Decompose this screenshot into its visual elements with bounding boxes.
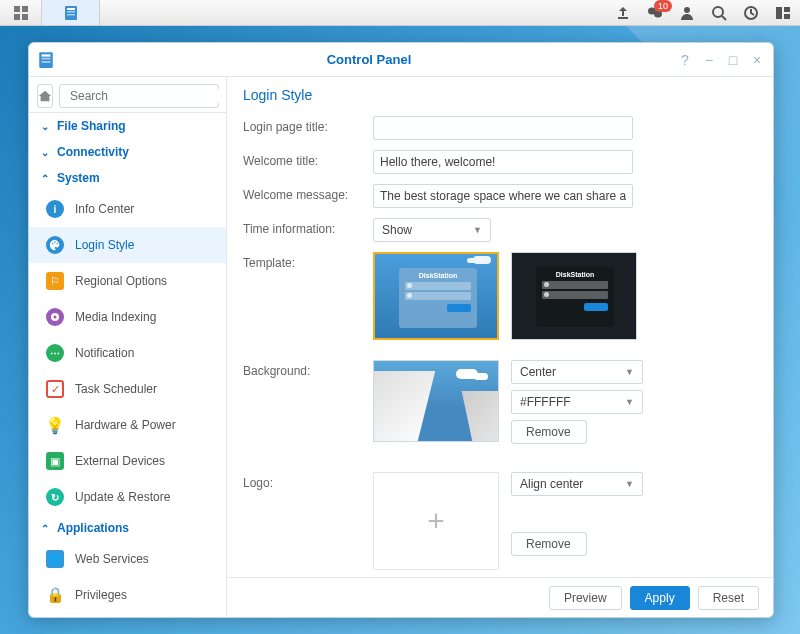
sidebar-group-label: System <box>57 171 100 185</box>
taskbar-upload-icon[interactable] <box>614 4 632 22</box>
window-titlebar[interactable]: Control Panel ? − □ × <box>29 43 773 77</box>
remove-background-button[interactable]: Remove <box>511 420 587 444</box>
taskbar-notification-icon[interactable]: 10 <box>646 4 664 22</box>
svg-rect-2 <box>14 14 20 20</box>
window-minimize-button[interactable]: − <box>701 52 717 68</box>
sidebar: ⌄ File Sharing ⌄ Connectivity ⌃ System i… <box>29 77 227 617</box>
sidebar-item-regional-options[interactable]: ⚐ Regional Options <box>29 263 226 299</box>
select-bg-color[interactable]: #FFFFFF ▼ <box>511 390 643 414</box>
device-icon: ▣ <box>46 452 64 470</box>
label-login-page-title: Login page title: <box>243 116 373 134</box>
taskbar-apps-button[interactable] <box>0 0 42 25</box>
chevron-down-icon: ⌄ <box>41 121 51 132</box>
label-welcome-message: Welcome message: <box>243 184 373 202</box>
remove-logo-button[interactable]: Remove <box>511 532 587 556</box>
select-bg-position[interactable]: Center ▼ <box>511 360 643 384</box>
flag-icon: ⚐ <box>46 272 64 290</box>
sidebar-search[interactable] <box>59 84 219 108</box>
sidebar-item-label: Info Center <box>75 202 134 216</box>
sidebar-item-hardware-power[interactable]: 💡 Hardware & Power <box>29 407 226 443</box>
sidebar-group-connectivity[interactable]: ⌄ Connectivity <box>29 139 226 165</box>
window-close-button[interactable]: × <box>749 52 765 68</box>
svg-rect-14 <box>776 7 782 19</box>
media-icon <box>46 308 64 326</box>
svg-rect-20 <box>42 61 51 63</box>
svg-point-23 <box>54 241 56 243</box>
select-value: Align center <box>520 477 583 491</box>
sidebar-item-notification[interactable]: ⋯ Notification <box>29 335 226 371</box>
select-value: Show <box>382 223 412 237</box>
chevron-down-icon: ▼ <box>625 397 634 407</box>
search-input[interactable] <box>70 89 220 103</box>
notification-badge: 10 <box>654 0 672 12</box>
template-option-light[interactable]: DiskStation <box>373 252 499 340</box>
label-background: Background: <box>243 360 373 378</box>
logo-dropzone[interactable]: + <box>373 472 499 570</box>
svg-rect-18 <box>42 54 51 56</box>
template-title: DiskStation <box>542 271 608 278</box>
control-panel-window: Control Panel ? − □ × ⌄ File Sharing <box>28 42 774 618</box>
sidebar-group-label: Applications <box>57 521 129 535</box>
sidebar-group-file-sharing[interactable]: ⌄ File Sharing <box>29 113 226 139</box>
apply-button[interactable]: Apply <box>630 586 690 610</box>
input-welcome-message[interactable] <box>373 184 633 208</box>
bulb-icon: 💡 <box>45 416 65 435</box>
sidebar-group-system[interactable]: ⌃ System <box>29 165 226 191</box>
taskbar-widgets-icon[interactable] <box>742 4 760 22</box>
sidebar-item-label: Regional Options <box>75 274 167 288</box>
sidebar-item-web-services[interactable]: 🌐 Web Services <box>29 541 226 577</box>
home-button[interactable] <box>37 84 53 108</box>
preview-button[interactable]: Preview <box>549 586 622 610</box>
sidebar-item-label: Web Services <box>75 552 149 566</box>
apps-grid-icon <box>13 5 29 21</box>
taskbar-user-icon[interactable] <box>678 4 696 22</box>
svg-rect-3 <box>22 14 28 20</box>
window-help-button[interactable]: ? <box>677 52 693 68</box>
palette-icon <box>46 236 64 254</box>
chevron-down-icon: ▼ <box>625 479 634 489</box>
sidebar-item-label: Task Scheduler <box>75 382 157 396</box>
svg-point-12 <box>713 7 723 17</box>
chevron-up-icon: ⌃ <box>41 523 51 534</box>
select-time-information[interactable]: Show ▼ <box>373 218 491 242</box>
chevron-down-icon: ▼ <box>625 367 634 377</box>
info-icon: i <box>46 200 64 218</box>
select-logo-align[interactable]: Align center ▼ <box>511 472 643 496</box>
window-maximize-button[interactable]: □ <box>725 52 741 68</box>
svg-rect-0 <box>14 6 20 12</box>
control-panel-icon <box>63 5 79 21</box>
taskbar-pilot-icon[interactable] <box>774 4 792 22</box>
input-login-page-title[interactable] <box>373 116 633 140</box>
sidebar-item-login-style[interactable]: Login Style <box>29 227 226 263</box>
content-panel: Login Style Login page title: Welcome ti… <box>227 77 773 617</box>
label-template: Template: <box>243 252 373 270</box>
background-thumbnail[interactable] <box>373 360 499 442</box>
svg-rect-6 <box>67 11 75 13</box>
refresh-icon: ↻ <box>46 488 64 506</box>
reset-button[interactable]: Reset <box>698 586 759 610</box>
svg-point-11 <box>684 7 690 13</box>
sidebar-item-label: External Devices <box>75 454 165 468</box>
footer-buttons: Preview Apply Reset <box>227 577 773 617</box>
svg-rect-16 <box>784 14 790 19</box>
svg-rect-5 <box>67 8 75 10</box>
sidebar-item-external-devices[interactable]: ▣ External Devices <box>29 443 226 479</box>
chevron-down-icon: ⌄ <box>41 147 51 158</box>
svg-rect-1 <box>22 6 28 12</box>
taskbar-search-icon[interactable] <box>710 4 728 22</box>
template-option-dark[interactable]: DiskStation <box>511 252 637 340</box>
sidebar-group-applications[interactable]: ⌃ Applications <box>29 515 226 541</box>
taskbar-control-panel-app[interactable] <box>42 0 100 25</box>
chevron-up-icon: ⌃ <box>41 173 51 184</box>
sidebar-item-update-restore[interactable]: ↻ Update & Restore <box>29 479 226 515</box>
sidebar-item-task-scheduler[interactable]: ✓ Task Scheduler <box>29 371 226 407</box>
sidebar-group-label: Connectivity <box>57 145 129 159</box>
sidebar-item-privileges[interactable]: 🔒 Privileges <box>29 577 226 613</box>
sidebar-item-info-center[interactable]: i Info Center <box>29 191 226 227</box>
sidebar-group-label: File Sharing <box>57 119 126 133</box>
input-welcome-title[interactable] <box>373 150 633 174</box>
sidebar-item-label: Privileges <box>75 588 127 602</box>
sidebar-item-media-indexing[interactable]: Media Indexing <box>29 299 226 335</box>
label-welcome-title: Welcome title: <box>243 150 373 168</box>
window-title: Control Panel <box>61 52 677 67</box>
